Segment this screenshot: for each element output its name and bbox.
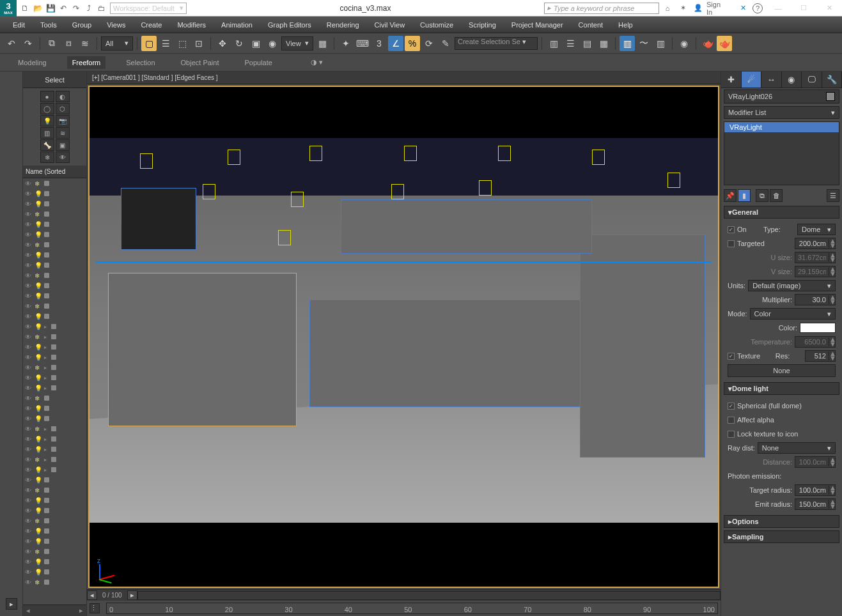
tab-freeform[interactable]: Freeform — [67, 56, 106, 69]
list-item[interactable]: 👁💡 — [23, 250, 86, 260]
visibility-icon[interactable]: 👁 — [25, 364, 33, 371]
filter-camera-icon[interactable]: 📷 — [56, 115, 70, 127]
tab-populate[interactable]: Populate — [239, 56, 277, 69]
close-button[interactable]: ✕ — [816, 0, 842, 17]
rollout-dome-header[interactable]: ▾ Dome light — [724, 382, 839, 395]
rollout-options-header[interactable]: ▸ Options — [724, 515, 839, 528]
freeze-icon[interactable]: 💡 — [35, 313, 42, 320]
viewport-label[interactable]: [+] [Camera001 ] [Standard ] [Edged Face… — [87, 72, 721, 84]
filter-spacewarp-icon[interactable]: ≋ — [56, 127, 70, 139]
list-item[interactable]: 👁❄ — [23, 240, 86, 250]
render-setup-button[interactable]: 🫖 — [700, 36, 715, 51]
menu-rendering[interactable]: Rendering — [319, 17, 367, 33]
filter-helper-icon[interactable]: ▥ — [40, 127, 54, 139]
list-item[interactable]: 👁💡▸ — [23, 352, 86, 362]
list-item[interactable]: 👁💡▸ — [23, 321, 86, 332]
expand-icon[interactable]: ▸ — [44, 375, 49, 381]
manipulate-button[interactable]: ✦ — [338, 36, 354, 51]
pivot-button[interactable]: ▦ — [315, 36, 330, 51]
freeze-icon[interactable]: ❄ — [35, 211, 42, 218]
unlink-button[interactable]: ⧈ — [61, 36, 76, 51]
list-item[interactable]: 👁💡 — [23, 229, 86, 240]
menu-civilview[interactable]: Civil View — [367, 17, 412, 33]
select-object-button[interactable]: ▢ — [141, 36, 157, 51]
freeze-icon[interactable]: 💡 — [35, 405, 42, 412]
list-item[interactable]: 👁❄ — [23, 301, 86, 311]
visibility-icon[interactable]: 👁 — [25, 518, 33, 525]
freeze-icon[interactable]: 💡 — [35, 497, 42, 504]
freeze-icon[interactable]: ❄ — [35, 242, 42, 249]
visibility-icon[interactable]: 👁 — [25, 497, 33, 504]
window-crossing-button[interactable]: ⊡ — [191, 36, 207, 51]
icon-2[interactable]: ✶ — [677, 3, 689, 14]
visibility-icon[interactable]: 👁 — [25, 293, 33, 300]
toggle-ribbon-button[interactable]: ▥ — [620, 36, 635, 51]
slider-next-icon[interactable]: ▸ — [127, 590, 137, 600]
timeline-config-icon[interactable]: ⋮ — [90, 603, 100, 613]
tab-create-icon[interactable]: ✚ — [721, 72, 742, 88]
affect-alpha-checkbox[interactable]: Affect alpha — [728, 416, 774, 424]
visibility-icon[interactable]: 👁 — [25, 221, 33, 228]
freeze-icon[interactable]: 💡 — [35, 569, 42, 576]
freeze-icon[interactable]: 💡 — [35, 354, 42, 361]
visibility-icon[interactable]: 👁 — [25, 558, 33, 566]
list-item[interactable]: 👁💡 — [23, 413, 86, 424]
pin-stack-icon[interactable]: 📌 — [724, 189, 737, 202]
menu-views[interactable]: Views — [99, 17, 133, 33]
filter-shape-icon[interactable]: ⬡ — [56, 103, 70, 114]
visibility-icon[interactable]: 👁 — [25, 507, 33, 514]
named-selset-input[interactable]: Create Selection Se ▾ — [455, 37, 538, 50]
link-icon[interactable]: ⤴ — [83, 3, 95, 14]
list-item[interactable]: 👁💡 — [23, 475, 86, 485]
visibility-icon[interactable]: 👁 — [25, 313, 33, 320]
visibility-icon[interactable]: 👁 — [25, 456, 33, 463]
material-button[interactable]: ◉ — [676, 36, 692, 51]
list-item[interactable]: 👁💡 — [23, 495, 86, 505]
freeze-icon[interactable]: 💡 — [35, 436, 42, 443]
visibility-icon[interactable]: 👁 — [25, 579, 33, 586]
tab-objectpaint[interactable]: Object Paint — [176, 56, 224, 69]
visibility-icon[interactable]: 👁 — [25, 385, 33, 392]
scroll-right-icon[interactable]: ▸ — [76, 605, 86, 616]
freeze-icon[interactable]: 💡 — [35, 558, 42, 566]
workspace-selector[interactable]: Workspace: Default▾ — [110, 3, 187, 14]
freeze-icon[interactable]: 💡 — [35, 282, 42, 289]
freeze-icon[interactable]: ❄ — [35, 334, 42, 341]
freeze-icon[interactable]: ❄ — [35, 364, 42, 371]
help-icon[interactable]: ? — [752, 3, 763, 13]
target-radius-spinner[interactable]: ▲▼ — [795, 484, 836, 496]
visibility-icon[interactable]: 👁 — [25, 282, 33, 289]
freeze-icon[interactable]: 💡 — [35, 221, 42, 228]
expand-icon[interactable]: ▸ — [44, 426, 49, 432]
make-unique-icon[interactable]: ⧉ — [756, 189, 768, 202]
visibility-icon[interactable]: 👁 — [25, 405, 33, 412]
on-checkbox[interactable]: ✓On — [728, 226, 747, 233]
expand-icon[interactable]: ▸ — [44, 467, 49, 473]
filter-geometry-icon[interactable]: ◯ — [40, 103, 54, 114]
visibility-icon[interactable]: 👁 — [25, 262, 33, 269]
multiplier-spinner[interactable]: ▲▼ — [795, 294, 836, 305]
type-dropdown[interactable]: Dome▾ — [797, 224, 836, 235]
menu-edit[interactable]: Edit — [5, 17, 33, 33]
filter-icon[interactable]: ◐ — [56, 91, 70, 102]
list-item[interactable]: 👁💡 — [23, 403, 86, 413]
freeze-icon[interactable]: ❄ — [35, 579, 42, 586]
raydist-dropdown[interactable]: None▾ — [758, 442, 836, 454]
menu-create[interactable]: Create — [133, 17, 169, 33]
visibility-icon[interactable]: 👁 — [25, 477, 33, 484]
menu-projectmanager[interactable]: Project Manager — [504, 17, 571, 33]
list-item[interactable]: 👁❄ — [23, 178, 86, 189]
list-item[interactable]: 👁💡 — [23, 291, 86, 301]
filter-frozen-icon[interactable]: ❄ — [40, 151, 54, 163]
align-button[interactable]: ☰ — [563, 36, 578, 51]
list-item[interactable]: 👁💡 — [23, 260, 86, 270]
menu-animation[interactable]: Animation — [214, 17, 260, 33]
list-item[interactable]: 👁💡 — [23, 199, 86, 209]
save-icon[interactable]: 💾 — [45, 3, 56, 14]
tab-hierarchy-icon[interactable]: ↔ — [761, 72, 782, 88]
selection-filter[interactable]: All▾ — [101, 36, 133, 50]
res-spinner[interactable]: ▲▼ — [805, 350, 836, 362]
placement-button[interactable]: ◉ — [265, 36, 280, 51]
app-icon[interactable]: ✕ — [737, 3, 749, 14]
expand-icon[interactable]: ▸ — [44, 324, 49, 330]
